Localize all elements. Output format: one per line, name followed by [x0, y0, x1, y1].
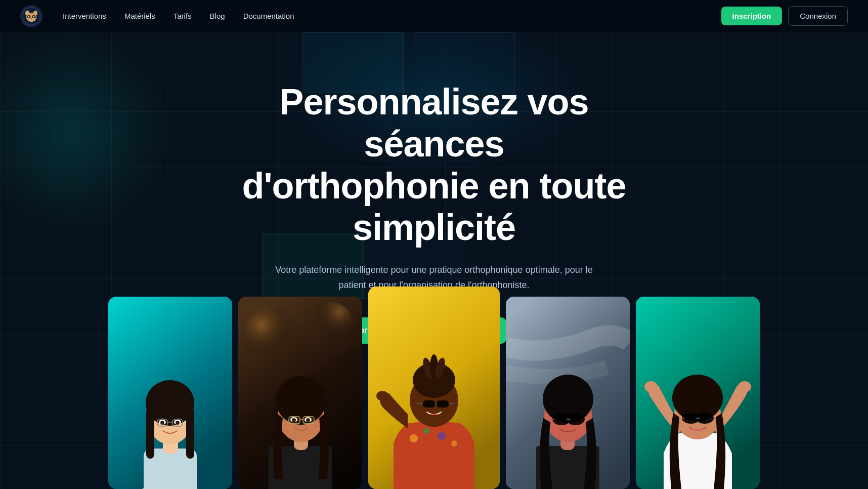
svg-point-78 [738, 381, 751, 392]
svg-rect-62 [437, 400, 449, 408]
hero-section: Personnalisez vos séances d'orthophonie … [0, 0, 868, 489]
photo-card-2 [238, 297, 362, 489]
connexion-button[interactable]: Connexion [788, 6, 848, 26]
svg-point-41 [276, 376, 326, 425]
hero-title: Personnalisez vos séances d'orthophonie … [206, 81, 662, 249]
nav-left: Interventions Matériels Tarifs Blog Docu… [20, 5, 294, 27]
nav-link-interventions[interactable]: Interventions [63, 12, 106, 20]
nav-links: Interventions Matériels Tarifs Blog Docu… [63, 12, 294, 21]
svg-rect-46 [289, 417, 300, 424]
nav-item-interventions[interactable]: Interventions [63, 12, 106, 21]
svg-point-36 [243, 307, 304, 368]
nav-link-documentation[interactable]: Documentation [243, 12, 294, 20]
photo-card-5 [636, 297, 760, 489]
hero-title-line2: d'orthophonie en toute simplicité [242, 166, 626, 248]
nav-item-documentation[interactable]: Documentation [243, 12, 294, 21]
svg-point-3 [25, 11, 29, 16]
svg-point-50 [410, 434, 418, 442]
svg-point-52 [438, 432, 446, 440]
nav-right: Inscription Connexion [721, 6, 848, 26]
navbar: Interventions Matériels Tarifs Blog Docu… [0, 0, 868, 32]
svg-rect-47 [303, 417, 314, 424]
svg-point-77 [644, 381, 658, 392]
svg-point-30 [160, 421, 164, 425]
nav-link-blog[interactable]: Blog [210, 12, 225, 20]
svg-rect-27 [186, 408, 194, 459]
svg-point-53 [451, 440, 457, 446]
svg-point-11 [31, 18, 32, 19]
nav-link-tarifs[interactable]: Tarifs [173, 12, 192, 20]
svg-point-81 [672, 375, 723, 421]
svg-point-31 [176, 421, 180, 425]
nav-item-materiels[interactable]: Matériels [124, 12, 155, 21]
svg-point-4 [33, 11, 37, 16]
svg-point-51 [423, 428, 429, 434]
photo-card-1 [108, 297, 232, 489]
hero-title-line1: Personnalisez vos séances [279, 82, 588, 164]
logo-icon [20, 5, 42, 27]
photo-card-3 [368, 287, 500, 489]
inscription-button[interactable]: Inscription [721, 7, 783, 25]
nav-item-tarifs[interactable]: Tarifs [173, 12, 192, 21]
logo-link[interactable] [20, 5, 42, 27]
svg-point-9 [29, 16, 30, 17]
svg-rect-61 [423, 400, 435, 408]
photo-card-4 [506, 297, 630, 489]
photo-row [0, 287, 868, 489]
svg-point-10 [34, 16, 35, 17]
nav-link-materiels[interactable]: Matériels [124, 12, 155, 20]
svg-point-60 [376, 391, 388, 401]
svg-point-37 [304, 302, 355, 352]
svg-rect-26 [146, 408, 154, 459]
nav-item-blog[interactable]: Blog [210, 12, 225, 21]
